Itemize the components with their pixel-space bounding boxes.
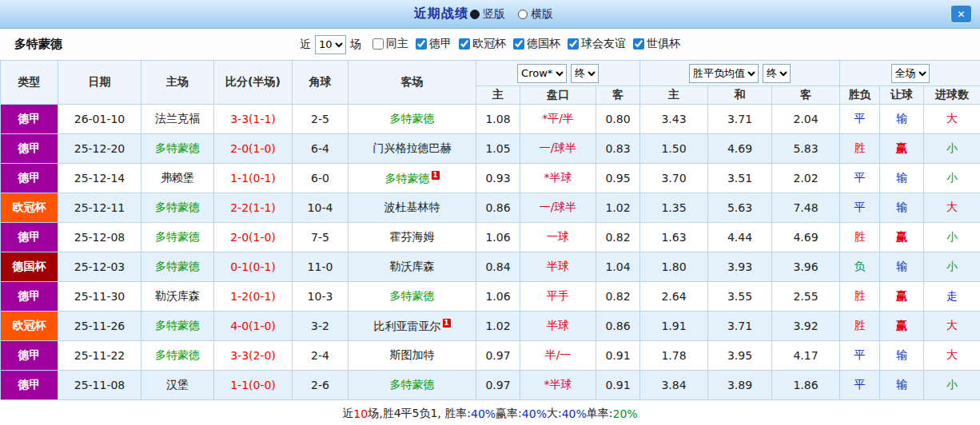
col-header-score: 比分(半场) <box>214 61 293 105</box>
avg-home: 1.63 <box>640 223 708 252</box>
away-team[interactable]: 门兴格拉德巴赫 <box>349 134 476 164</box>
home-team[interactable]: 多特蒙德 <box>141 134 214 164</box>
subcol-handicap-result: 让球 <box>880 86 924 105</box>
team-label: 勒沃库森 <box>155 289 200 302</box>
avg-odds-select[interactable]: 胜平负均值 <box>689 64 759 83</box>
odds-away: 0.86 <box>596 312 640 341</box>
team-label: 多特蒙德 <box>390 112 435 125</box>
filter-checkbox[interactable] <box>633 38 644 50</box>
match-result: 胜 <box>840 134 880 164</box>
goals-result: 大 <box>924 312 980 341</box>
layout-toggle: 竖版横版 <box>470 7 566 22</box>
home-team[interactable]: 汉堡 <box>141 371 214 400</box>
filter-checkbox[interactable] <box>459 38 470 50</box>
home-team[interactable]: 多特蒙德 <box>141 341 214 371</box>
handicap: 一/球半 <box>520 193 596 223</box>
filter-checkbox-label: 球会友谊 <box>581 37 626 51</box>
home-team[interactable]: 多特蒙德 <box>141 223 214 252</box>
away-team[interactable]: 霍芬海姆 <box>349 223 476 252</box>
filter-checkbox-item[interactable]: 欧冠杯 <box>459 37 506 51</box>
away-team[interactable]: 多特蒙德 <box>349 371 476 400</box>
handicap: *平/半 <box>520 105 596 134</box>
match-row: 德国杯25-12-03多特蒙德0-1(0-1)11-0勒沃库森0.84半球1.0… <box>1 252 980 282</box>
subcol-avg-draw: 和 <box>708 86 772 105</box>
team-label: 多特蒙德 <box>155 141 200 154</box>
odds-home: 0.93 <box>476 164 520 193</box>
home-team[interactable]: 多特蒙德 <box>141 193 214 223</box>
handicap-result: 赢 <box>880 134 924 164</box>
odds-home: 0.97 <box>476 371 520 400</box>
results-tbody: 德甲26-01-10法兰克福3-3(1-1)2-5多特蒙德1.08*平/半0.8… <box>1 105 980 400</box>
filter-checkbox[interactable] <box>416 38 427 50</box>
handicap-result: 输 <box>880 164 924 193</box>
avg-away: 4.69 <box>772 223 840 252</box>
avg-final-select[interactable]: 终 <box>763 64 791 83</box>
home-team[interactable]: 法兰克福 <box>141 105 214 134</box>
match-date: 25-12-03 <box>58 252 141 282</box>
avg-away: 4.17 <box>772 341 840 371</box>
home-team[interactable]: 弗赖堡 <box>141 164 214 193</box>
home-team[interactable]: 勒沃库森 <box>141 282 214 312</box>
odds-home: 1.06 <box>476 282 520 312</box>
match-result: 平 <box>840 105 880 134</box>
match-date: 25-12-20 <box>58 134 141 164</box>
avg-home: 3.43 <box>640 105 708 134</box>
away-team[interactable]: 多特蒙德 <box>349 105 476 134</box>
handicap-result: 赢 <box>880 223 924 252</box>
home-team[interactable]: 多特蒙德 <box>141 312 214 341</box>
handicap-result: 赢 <box>880 312 924 341</box>
team-label: 比利亚雷亚尔 <box>374 319 441 332</box>
away-team[interactable]: 波杜基林特 <box>349 193 476 223</box>
layout-option-vertical[interactable]: 竖版 <box>470 7 505 22</box>
filter-checkbox[interactable] <box>372 38 384 50</box>
subcol-result: 胜负 <box>840 86 880 105</box>
filter-checkbox-item[interactable]: 世俱杯 <box>633 37 680 51</box>
close-button[interactable]: ✕ <box>950 5 972 23</box>
away-team[interactable]: 斯图加特 <box>349 341 476 371</box>
match-row: 德甲25-12-08多特蒙德2-0(1-0)7-5霍芬海姆1.06一球0.821… <box>1 223 980 252</box>
match-result: 负 <box>840 252 880 282</box>
goals-result: 小 <box>924 164 980 193</box>
corner-score: 2-5 <box>293 105 349 134</box>
away-team[interactable]: 比利亚雷亚尔1 <box>349 312 476 341</box>
odds-away: 0.91 <box>596 341 640 371</box>
team-label: 门兴格拉德巴赫 <box>373 141 452 154</box>
filter-checkbox-label: 德国杯 <box>527 37 560 51</box>
odds-home: 0.84 <box>476 252 520 282</box>
home-team[interactable]: 多特蒙德 <box>141 252 214 282</box>
match-count-select[interactable]: 10 <box>315 35 346 54</box>
score: 2-2(1-1) <box>214 193 293 223</box>
league-badge: 德国杯 <box>1 252 58 282</box>
handicap-result: 输 <box>880 193 924 223</box>
match-row: 德甲25-12-20多特蒙德2-0(1-0)6-4门兴格拉德巴赫1.05一/球半… <box>1 134 980 164</box>
summary-segment: 20% <box>613 407 638 420</box>
score: 1-1(0-1) <box>214 164 293 193</box>
filter-checkbox-item[interactable]: 德甲 <box>416 37 452 51</box>
col-header-away: 客场 <box>349 61 476 105</box>
avg-away: 1.86 <box>772 371 840 400</box>
away-team[interactable]: 多特蒙德 <box>349 282 476 312</box>
odds-away: 0.82 <box>596 223 640 252</box>
odds-provider-select[interactable]: Crow* <box>517 64 567 83</box>
match-result: 胜 <box>840 312 880 341</box>
handicap: 半球 <box>520 312 596 341</box>
avg-draw: 5.63 <box>708 193 772 223</box>
away-team[interactable]: 勒沃库森 <box>349 252 476 282</box>
avg-away: 3.92 <box>772 312 840 341</box>
team-label: 多特蒙德 <box>155 348 200 361</box>
layout-option-horizontal[interactable]: 横版 <box>518 7 553 22</box>
handicap: *半球 <box>520 164 596 193</box>
recent-results-window: 近期战绩 竖版横版 ✕ 多特蒙德 近 10 场 同主德甲欧冠杯德国杯球会友谊世俱… <box>0 0 980 425</box>
period-select[interactable]: 全场 <box>891 64 930 83</box>
summary-segment: 大: <box>547 407 562 421</box>
filter-checkbox[interactable] <box>568 38 579 50</box>
away-team[interactable]: 多特蒙德1 <box>349 164 476 193</box>
filter-checkbox-item[interactable]: 球会友谊 <box>568 37 626 51</box>
filter-checkbox[interactable] <box>513 38 524 50</box>
window-title: 近期战绩 <box>414 6 468 22</box>
filter-checkbox-label: 欧冠杯 <box>472 37 506 51</box>
filter-checkbox-item[interactable]: 德国杯 <box>513 37 560 51</box>
odds-final-select[interactable]: 终 <box>571 64 599 83</box>
handicap-result: 输 <box>880 252 924 282</box>
filter-checkbox-item[interactable]: 同主 <box>372 37 408 51</box>
